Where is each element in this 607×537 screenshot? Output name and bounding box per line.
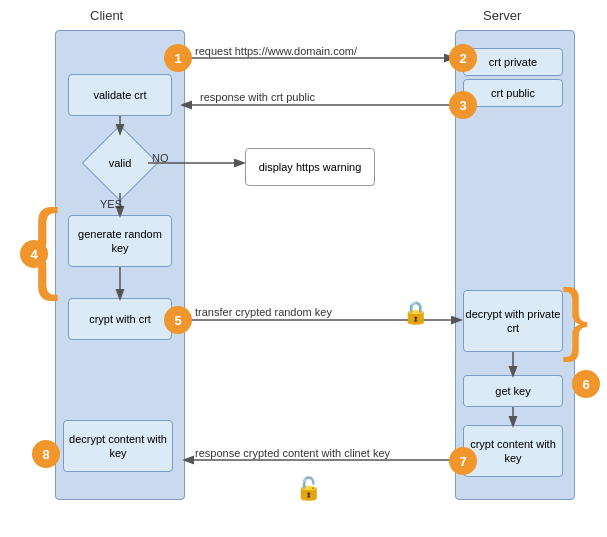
decrypt-private-crt-box: decrypt with private crt	[463, 290, 563, 352]
badge-1: 1	[164, 44, 192, 72]
server-label: Server	[483, 8, 521, 23]
badge-8: 8	[32, 440, 60, 468]
get-key-box: get key	[463, 375, 563, 407]
right-brace: }	[562, 278, 589, 358]
transfer-key-label: transfer crypted random key	[195, 306, 332, 318]
generate-random-key-box: generate random key	[68, 215, 172, 267]
valid-text: valid	[109, 157, 132, 169]
badge-2: 2	[449, 44, 477, 72]
client-label: Client	[90, 8, 123, 23]
crypt-content-key-box: crypt content with key	[463, 425, 563, 477]
badge-3: 3	[449, 91, 477, 119]
diagram: Client Server validate crt valid generat…	[0, 0, 607, 537]
badge-7: 7	[449, 447, 477, 475]
crypt-with-crt-box: crypt with crt	[68, 298, 172, 340]
badge-4: 4	[20, 240, 48, 268]
response-crt-label: response with crt public	[200, 91, 315, 103]
validate-crt-box: validate crt	[68, 74, 172, 116]
decrypt-content-box: decrypt content with key	[63, 420, 173, 472]
no-label: NO	[152, 152, 169, 164]
request-label: request https://www.domain.com/	[195, 45, 357, 57]
response-content-label: response crypted content with clinet key	[195, 447, 390, 459]
lock2-icon: 🔓	[295, 476, 322, 502]
crt-private-box: crt private	[463, 48, 563, 76]
badge-6: 6	[572, 370, 600, 398]
badge-5: 5	[164, 306, 192, 334]
crt-public-box: crt public	[463, 79, 563, 107]
yes-label: YES	[100, 198, 122, 210]
lock1-icon: 🔒	[402, 300, 429, 326]
display-warning-box: display https warning	[245, 148, 375, 186]
